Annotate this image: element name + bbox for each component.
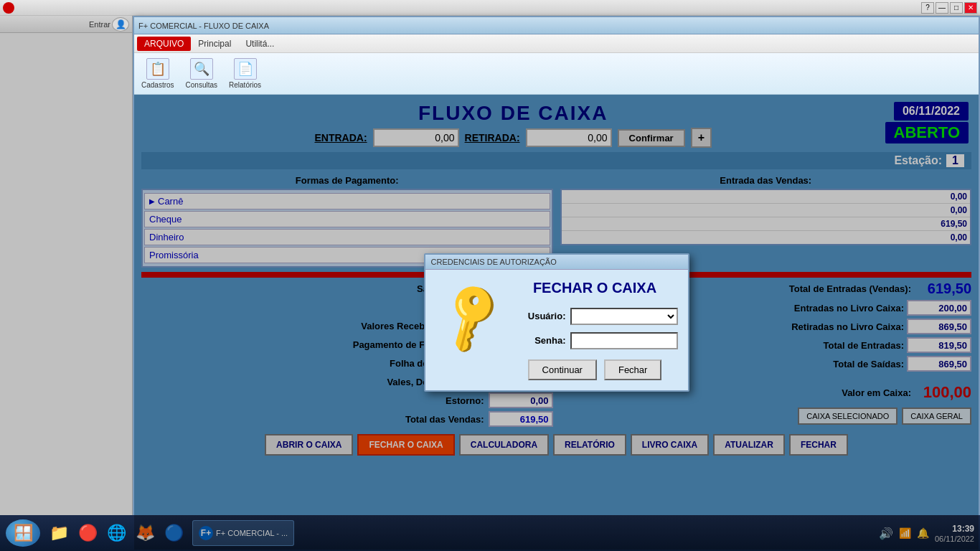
modal-title-text: CREDENCIAIS DE AUTORIZAÇÃO xyxy=(431,258,557,266)
modal-header-text: FECHAR O CAIXA xyxy=(512,280,678,296)
window-title: F+ COMERCIAL - FLUXO DE CAIXA xyxy=(138,22,974,30)
start-button[interactable]: 🪟 xyxy=(6,519,40,547)
senha-label: Senha: xyxy=(512,335,566,346)
menu-arquivo[interactable]: ARQUIVO xyxy=(137,37,191,51)
menu-principal[interactable]: Principal xyxy=(191,37,238,51)
menu-utilitarios[interactable]: Utilitá... xyxy=(238,37,281,51)
usuario-select[interactable] xyxy=(570,308,678,325)
toolbar-relatorios[interactable]: 📄 Relatórios xyxy=(229,58,261,89)
taskbar-icon-folder[interactable]: 📁 xyxy=(46,520,72,546)
modal-overlay: CREDENCIAIS DE AUTORIZAÇÃO 🔑 FECHAR O CA… xyxy=(134,95,979,550)
modal-title-bar: CREDENCIAIS DE AUTORIZAÇÃO xyxy=(425,255,688,270)
help-btn[interactable]: ? xyxy=(921,2,934,14)
modal: CREDENCIAIS DE AUTORIZAÇÃO 🔑 FECHAR O CA… xyxy=(424,253,689,392)
usuario-label: Usuário: xyxy=(512,311,566,321)
app-logo xyxy=(3,2,14,14)
toolbar-cadastros[interactable]: 📋 Cadastros xyxy=(141,58,174,89)
modal-fechar-button[interactable]: Fechar xyxy=(604,359,661,380)
taskbar-icon-browser2[interactable]: 🌐 xyxy=(103,520,129,546)
key-icon: 🔑 xyxy=(429,275,512,357)
entrar-label[interactable]: Entrar xyxy=(89,20,110,29)
maximize-btn[interactable]: □ xyxy=(950,2,963,14)
minimize-btn[interactable]: — xyxy=(936,2,948,14)
toolbar-consultas[interactable]: 🔍 Consultas xyxy=(186,58,217,89)
senha-input[interactable] xyxy=(570,332,678,349)
continuar-button[interactable]: Continuar xyxy=(528,359,597,380)
taskbar-icon-browser1[interactable]: 🔴 xyxy=(75,520,100,546)
close-btn[interactable]: ✕ xyxy=(964,2,977,14)
